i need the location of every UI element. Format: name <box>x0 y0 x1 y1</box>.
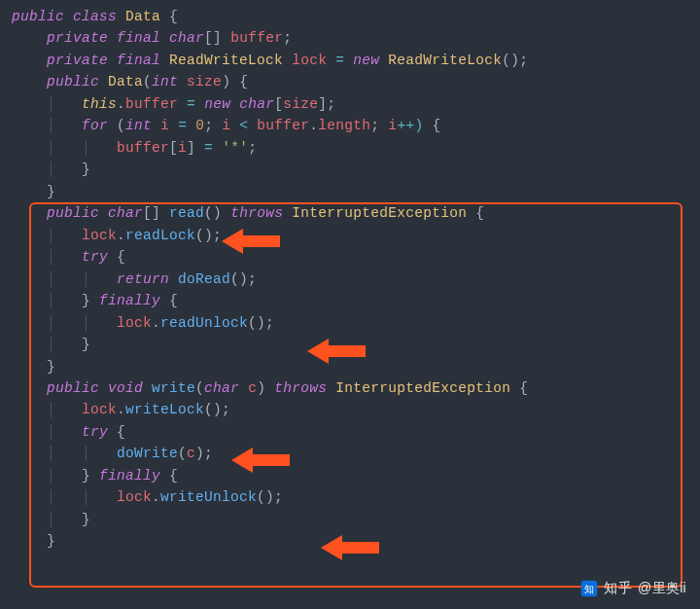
code-block: public class Data { private final char[]… <box>12 6 700 553</box>
call-writeunlock: writeUnlock <box>160 489 257 505</box>
zhihu-logo-icon: 知 <box>580 580 598 597</box>
watermark: 知 知乎 @里奥ii <box>580 578 686 599</box>
svg-text:知: 知 <box>584 584 594 594</box>
method-read: read <box>169 205 204 221</box>
field-buffer: buffer <box>230 30 283 46</box>
field-lock: lock <box>292 53 327 68</box>
watermark-site: 知乎 <box>604 578 632 599</box>
kw-public: public <box>12 9 64 24</box>
watermark-author: @里奥ii <box>638 578 686 599</box>
constructor: Data <box>108 74 143 90</box>
call-readlock: readLock <box>125 228 195 243</box>
method-write: write <box>152 380 195 396</box>
call-readunlock: readUnlock <box>160 315 248 331</box>
class-name: Data <box>125 9 160 24</box>
kw-class: class <box>73 9 117 24</box>
call-writelock: writeLock <box>125 402 204 417</box>
